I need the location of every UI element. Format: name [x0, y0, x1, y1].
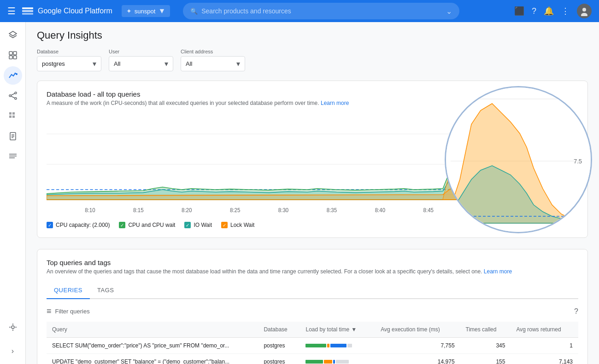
svg-text:0: 0 [579, 220, 582, 227]
app-title: Google Cloud Platform [38, 7, 112, 15]
svg-rect-1 [22, 10, 33, 12]
legend-io-wait[interactable]: ✓ IO Wait [184, 222, 212, 228]
svg-rect-9 [13, 56, 17, 59]
sidebar-item-routing[interactable] [4, 87, 22, 105]
main-content: Query Insights Database postgres ▾ User … [26, 22, 599, 364]
insights-icon [8, 71, 18, 80]
cell-avg-rows: 7,143 [511, 354, 578, 364]
filter-input-group: ≡ Filter queries [47, 306, 90, 316]
svg-line-14 [11, 93, 15, 95]
svg-point-11 [9, 95, 11, 97]
svg-point-3 [582, 8, 586, 12]
cell-load-bar [300, 354, 375, 364]
svg-text:8:25: 8:25 [230, 207, 241, 214]
project-name: sunspot [135, 8, 156, 15]
queries-table: Query Database Load by total time ▼ Avg … [47, 322, 578, 364]
queries-tabs: QUERIES TAGS [47, 282, 578, 299]
top-nav: ☰ Google Cloud Platform ✦ sunspot ▼ 🔍 ⌄ … [0, 0, 599, 22]
svg-rect-0 [22, 7, 33, 9]
routing-icon [8, 91, 18, 100]
database-dropdown-arrow: ▾ [93, 59, 96, 68]
search-input[interactable] [201, 7, 442, 15]
svg-rect-17 [12, 112, 15, 115]
cell-times-called: 345 [460, 338, 511, 354]
client-filter-group: Client address All ▾ [181, 49, 245, 71]
more-options-icon[interactable]: ⋮ [561, 6, 570, 16]
svg-point-13 [15, 98, 17, 99]
hamburger-icon[interactable]: ☰ [7, 6, 16, 17]
client-filter-label: Client address [181, 49, 245, 54]
queries-section: Top queries and tags An overview of the … [37, 249, 588, 364]
cell-times-called: 155 [460, 354, 511, 364]
help-icon[interactable]: ? [532, 6, 536, 16]
svg-text:8:35: 8:35 [327, 207, 337, 214]
queries-section-subtitle: An overview of the queries and tags that… [47, 268, 578, 275]
user-select[interactable]: All ▾ [109, 56, 173, 71]
user-value: All [114, 60, 120, 67]
cell-database: postgres [258, 338, 300, 354]
search-bar[interactable]: 🔍 ⌄ [183, 3, 459, 19]
cell-load-bar [300, 338, 375, 354]
cell-query: SELECT SUM("demo_order":"price") AS "pri… [47, 338, 258, 354]
chart-learn-more-link[interactable]: Learn more [321, 100, 349, 106]
svg-marker-5 [9, 31, 17, 36]
legend-lock-wait-label: Lock Wait [230, 222, 254, 228]
svg-point-10 [16, 73, 18, 75]
database-load-chart[interactable]: 8:10 8:15 8:20 8:25 8:30 8:35 8:40 8:45 … [47, 114, 578, 215]
side-nav: › [0, 22, 26, 364]
legend-cpu-wait[interactable]: ✓ CPU and CPU wait [119, 222, 175, 228]
col-query: Query [47, 322, 258, 338]
tab-queries[interactable]: QUERIES [47, 282, 90, 299]
sidebar-item-dashboard[interactable] [4, 46, 22, 64]
chart-title: Database load - all top queries [47, 90, 578, 98]
table-row[interactable]: UPDATE "demo_customer" SET "balance" = (… [47, 354, 578, 364]
cloud-shell-icon[interactable]: ⬛ [514, 6, 524, 16]
sidebar-item-reports[interactable] [4, 127, 22, 145]
sidebar-item-insights[interactable] [4, 66, 22, 85]
sidebar-item-layers[interactable] [4, 26, 22, 44]
tab-tags[interactable]: TAGS [90, 282, 121, 298]
sidebar-item-grid[interactable] [4, 107, 22, 125]
table-help-icon[interactable]: ? [574, 307, 578, 316]
page-title: Query Insights [37, 29, 588, 41]
client-select[interactable]: All ▾ [181, 56, 245, 71]
legend-cpu-capacity[interactable]: ✓ CPU capacity: (2.000) [47, 222, 110, 228]
sidebar-item-logs[interactable] [4, 147, 22, 166]
user-avatar[interactable] [577, 4, 592, 18]
cell-avg-exec: 7,755 [375, 338, 460, 354]
legend-io-wait-checkbox: ✓ [184, 222, 191, 228]
load-sort-arrow: ▼ [351, 326, 357, 333]
svg-point-12 [15, 92, 17, 94]
legend-io-wait-label: IO Wait [194, 222, 212, 228]
svg-rect-19 [12, 116, 15, 118]
sidebar-collapse-button[interactable]: › [4, 342, 22, 360]
queries-learn-more-link[interactable]: Learn more [484, 268, 512, 275]
search-expand-icon: ⌄ [446, 7, 452, 16]
legend-cpu-capacity-checkbox: ✓ [47, 222, 53, 228]
project-selector[interactable]: ✦ sunspot ▼ [122, 5, 170, 17]
database-select[interactable]: postgres ▾ [37, 56, 101, 71]
sidebar-item-tools[interactable] [4, 318, 22, 336]
col-load[interactable]: Load by total time ▼ [300, 322, 375, 338]
legend-lock-wait[interactable]: ✓ Lock Wait [221, 222, 254, 228]
svg-text:8:45: 8:45 [423, 207, 434, 214]
avatar-icon [579, 6, 589, 16]
client-dropdown-arrow: ▾ [236, 59, 240, 68]
svg-rect-6 [9, 52, 12, 55]
logs-icon [8, 152, 18, 161]
tools-icon [8, 323, 18, 332]
table-row[interactable]: SELECT SUM("demo_order":"price") AS "pri… [47, 338, 578, 354]
gcp-logo-icon [21, 5, 34, 17]
database-value: postgres [42, 60, 65, 67]
table-header: Query Database Load by total time ▼ Avg … [47, 322, 578, 338]
notifications-icon[interactable]: 🔔 [544, 6, 554, 16]
filter-queries-label[interactable]: Filter queries [55, 308, 90, 315]
legend-cpu-capacity-label: CPU capacity: (2.000) [56, 222, 110, 228]
nav-actions: ⬛ ? 🔔 ⋮ [514, 4, 592, 18]
svg-text:8:20: 8:20 [182, 207, 192, 214]
database-filter-label: Database [37, 49, 101, 54]
chart-section: Database load - all top queries A measur… [37, 81, 588, 238]
filter-icon: ≡ [47, 306, 52, 316]
queries-section-title: Top queries and tags [47, 259, 578, 266]
legend-cpu-wait-label: CPU and CPU wait [128, 222, 175, 228]
